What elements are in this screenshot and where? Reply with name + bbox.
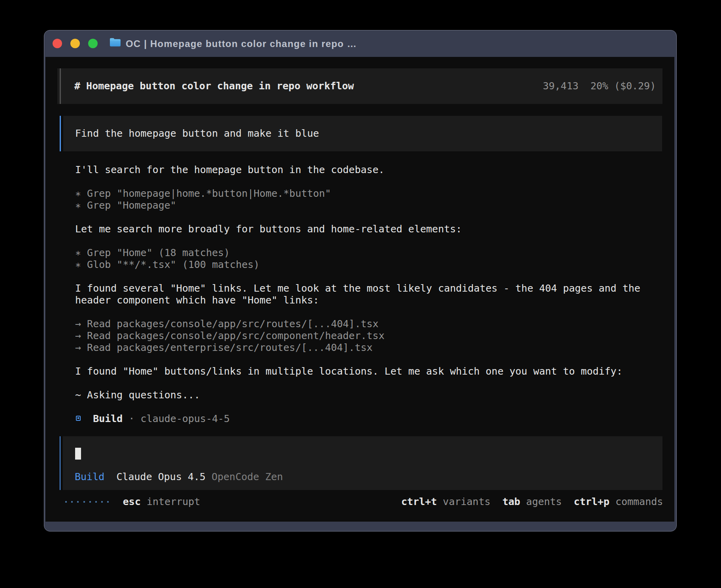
tool-arrow-icon: →	[75, 342, 81, 353]
prompt-input-border	[60, 436, 61, 490]
spinner-dot	[71, 501, 73, 503]
folder-icon	[109, 38, 121, 47]
commands-label: commands	[610, 496, 663, 507]
transcript-line: * Grep "Homepage"	[75, 200, 176, 211]
user-message: Find the homepage button and make it blu…	[63, 116, 662, 151]
tool-arrow-icon: →	[75, 330, 81, 341]
session-header-border	[60, 68, 61, 104]
titlebar[interactable]: OC | Homepage button color change in rep…	[44, 30, 676, 57]
editor-status: Build Claude Opus 4.5 OpenCode Zen	[75, 471, 283, 483]
transcript-line: I found "Home" buttons/links in multiple…	[75, 366, 623, 377]
transcript-line: Let me search more broadly for buttons a…	[75, 223, 462, 235]
spinner-dot	[89, 501, 91, 503]
transcript-line: → Read packages/enterprise/src/routes/[.…	[75, 342, 373, 354]
spinner-dot	[95, 501, 97, 503]
agent-badge-icon	[76, 416, 81, 421]
prompt-input[interactable]: Build Claude Opus 4.5 OpenCode Zen	[63, 436, 662, 490]
spinner-dot	[101, 501, 103, 503]
transcript-line: Build · claude-opus-4-5	[75, 413, 230, 425]
editor-provider-label: OpenCode Zen	[211, 471, 283, 482]
spinner-dot	[83, 501, 85, 503]
transcript-line: * Grep "homepage|home.*button|Home.*butt…	[75, 188, 331, 200]
agent-name: Build	[75, 413, 123, 424]
minimize-button[interactable]	[70, 39, 80, 48]
interrupt-hint: esc interrupt	[123, 496, 200, 508]
spinner-dot	[107, 501, 109, 503]
user-message-text: Find the homepage button and make it blu…	[75, 128, 319, 139]
shortcut-hints: ctrl+t variants tab agents ctrl+p comman…	[401, 496, 663, 508]
transcript-line: header component which have "Home" links…	[75, 294, 319, 306]
esc-key-label: esc	[123, 496, 141, 507]
transcript-line: I found several "Home" links. Let me loo…	[75, 283, 640, 294]
terminal-screen: # Homepage button color change in repo w…	[45, 57, 675, 522]
tab-key-label: tab	[502, 496, 520, 507]
spinner-dot	[65, 501, 67, 503]
transcript-line: I'll search for the homepage button in t…	[75, 164, 385, 176]
working-spinner	[65, 496, 108, 508]
tool-asterisk-icon: *	[75, 260, 81, 272]
tool-asterisk-icon: *	[75, 201, 81, 213]
text-cursor	[75, 448, 81, 460]
agents-label: agents	[520, 496, 574, 507]
zoom-button[interactable]	[88, 39, 98, 48]
app-window: OC | Homepage button color change in rep…	[44, 30, 677, 531]
tool-arrow-icon: →	[75, 318, 81, 330]
transcript-line: * Glob "**/*.tsx" (100 matches)	[75, 259, 260, 271]
agent-model: · claude-opus-4-5	[123, 413, 230, 424]
ctrl+t-key-label: ctrl+t	[401, 496, 437, 507]
ctrl+p-key-label: ctrl+p	[574, 496, 610, 507]
user-message-border	[60, 116, 61, 151]
variants-label: variants	[437, 496, 502, 507]
spinner-dot	[77, 501, 79, 503]
interrupt-label: interrupt	[141, 496, 200, 507]
editor-model-label: Claude Opus 4.5	[116, 471, 206, 482]
transcript-line: * Grep "Home" (18 matches)	[75, 247, 230, 259]
close-button[interactable]	[53, 39, 62, 48]
editor-agent-label: Build	[75, 471, 104, 482]
transcript-line: → Read packages/console/app/src/routes/[…	[75, 318, 379, 330]
window-title: OC | Homepage button color change in rep…	[126, 30, 357, 57]
session-stats: 39,413 20% ($0.29)	[543, 80, 656, 92]
session-title: # Homepage button color change in repo w…	[74, 80, 354, 92]
transcript-line: ~ Asking questions...	[75, 389, 200, 401]
transcript-line: → Read packages/console/app/src/componen…	[75, 330, 385, 342]
